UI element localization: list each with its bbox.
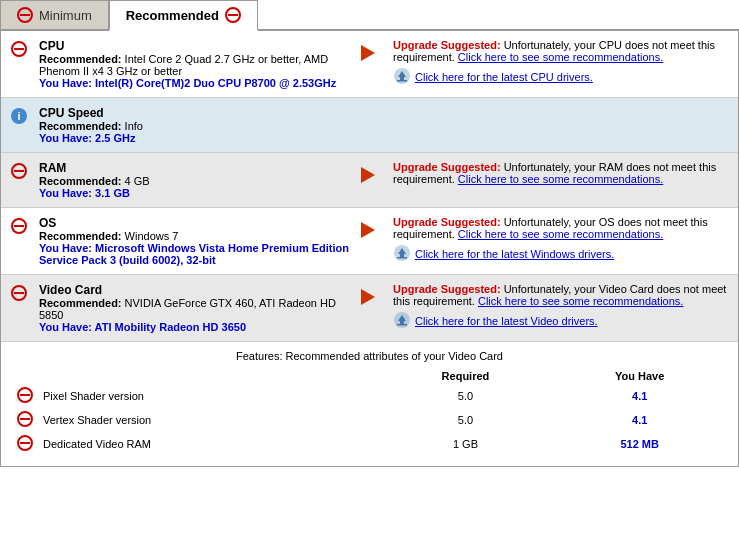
tab-bar: Minimum Recommended <box>0 0 739 31</box>
svg-rect-3 <box>397 80 407 82</box>
ram-left: RAM Recommended: 4 GB You Have: 3.1 GB <box>11 161 351 199</box>
feat-name-0: Pixel Shader version <box>39 384 380 408</box>
os-you-have: You Have: Microsoft Windows Vista Home P… <box>39 242 351 266</box>
cpu-upgrade-link[interactable]: Click here to see some recommendations. <box>458 51 663 63</box>
tab-content: CPU Recommended: Intel Core 2 Quad 2.7 G… <box>0 31 739 467</box>
os-text: OS Recommended: Windows 7 You Have: Micr… <box>39 216 351 266</box>
cpuspeed-left: i CPU Speed Recommended: Info You Have: … <box>11 106 351 144</box>
no-icon-feat-2 <box>17 435 33 451</box>
feature-row-1: Vertex Shader version5.04.1 <box>11 408 728 432</box>
videocard-driver-anchor[interactable]: Click here for the latest Video drivers. <box>415 315 598 327</box>
cpu-recommended: Recommended: Intel Core 2 Quad 2.7 GHz o… <box>39 53 351 77</box>
info-icon-cpuspeed: i <box>11 108 27 124</box>
os-recommended: Recommended: Windows 7 <box>39 230 351 242</box>
cpuspeed-recommended: Recommended: Info <box>39 120 143 132</box>
cpu-row: CPU Recommended: Intel Core 2 Quad 2.7 G… <box>1 31 738 98</box>
features-table: Required You Have Pixel Shader version5.… <box>11 368 728 456</box>
feat-required-2: 1 GB <box>380 432 552 456</box>
videocard-upgrade-text: Upgrade Suggested: Unfortunately, your V… <box>393 283 728 331</box>
tab-recommended[interactable]: Recommended <box>109 0 258 31</box>
feat-col-required: Required <box>380 368 552 384</box>
videocard-upgrade-link[interactable]: Click here to see some recommendations. <box>478 295 683 307</box>
features-title: Features: Recommended attributes of your… <box>11 350 728 362</box>
no-icon-ram <box>11 163 27 179</box>
cpu-right: Upgrade Suggested: Unfortunately, your C… <box>361 39 728 87</box>
ram-recommended: Recommended: 4 GB <box>39 175 150 187</box>
svg-rect-11 <box>397 324 407 326</box>
ram-upgrade-label: Upgrade Suggested: <box>393 161 501 173</box>
os-driver-anchor[interactable]: Click here for the latest Windows driver… <box>415 248 614 260</box>
tab-recommended-label: Recommended <box>126 8 219 23</box>
videocard-status-icon <box>11 285 31 304</box>
videocard-left: Video Card Recommended: NVIDIA GeForce G… <box>11 283 351 333</box>
no-icon-feat-0 <box>17 387 33 403</box>
feat-required-0: 5.0 <box>380 384 552 408</box>
os-upgrade-text: Upgrade Suggested: Unfortunately, your O… <box>393 216 728 264</box>
ram-right: Upgrade Suggested: Unfortunately, your R… <box>361 161 728 186</box>
feat-col-icon <box>11 368 39 384</box>
cpu-you-have: You Have: Intel(R) Core(TM)2 Duo CPU P87… <box>39 77 351 89</box>
os-arrow <box>361 218 383 241</box>
svg-rect-10 <box>400 321 404 324</box>
cpu-left: CPU Recommended: Intel Core 2 Quad 2.7 G… <box>11 39 351 89</box>
cpu-arrow <box>361 41 383 64</box>
no-icon-feat-1 <box>17 411 33 427</box>
videocard-arrow <box>361 285 383 308</box>
videocard-driver-link[interactable]: Click here for the latest Video drivers. <box>393 311 728 331</box>
feat-icon-0 <box>11 384 39 408</box>
videocard-you-have: You Have: ATI Mobility Radeon HD 3650 <box>39 321 351 333</box>
ram-text: RAM Recommended: 4 GB You Have: 3.1 GB <box>39 161 150 199</box>
videocard-text: Video Card Recommended: NVIDIA GeForce G… <box>39 283 351 333</box>
no-icon-minimum <box>17 7 33 23</box>
tab-minimum-label: Minimum <box>39 8 92 23</box>
feature-row-0: Pixel Shader version5.04.1 <box>11 384 728 408</box>
cpu-driver-anchor[interactable]: Click here for the latest CPU drivers. <box>415 71 593 83</box>
os-row: OS Recommended: Windows 7 You Have: Micr… <box>1 208 738 275</box>
feat-col-name <box>39 368 380 384</box>
no-icon-recommended <box>225 7 241 23</box>
feat-icon-1 <box>11 408 39 432</box>
feat-you-have-1: 4.1 <box>551 408 728 432</box>
features-header-row: Required You Have <box>11 368 728 384</box>
features-section: Features: Recommended attributes of your… <box>1 342 738 466</box>
no-icon-videocard <box>11 285 27 301</box>
ram-row: RAM Recommended: 4 GB You Have: 3.1 GB U… <box>1 153 738 208</box>
ram-upgrade-text: Upgrade Suggested: Unfortunately, your R… <box>393 161 728 185</box>
svg-rect-2 <box>400 77 404 80</box>
os-left: OS Recommended: Windows 7 You Have: Micr… <box>11 216 351 266</box>
download-icon-cpu <box>393 67 411 87</box>
videocard-recommended: Recommended: NVIDIA GeForce GTX 460, ATI… <box>39 297 351 321</box>
feat-required-1: 5.0 <box>380 408 552 432</box>
cpuspeed-text: CPU Speed Recommended: Info You Have: 2.… <box>39 106 143 144</box>
feat-icon-2 <box>11 432 39 456</box>
os-driver-link[interactable]: Click here for the latest Windows driver… <box>393 244 728 264</box>
cpu-status-icon <box>11 41 31 60</box>
os-upgrade-link[interactable]: Click here to see some recommendations. <box>458 228 663 240</box>
os-right: Upgrade Suggested: Unfortunately, your O… <box>361 216 728 264</box>
cpuspeed-label: CPU Speed <box>39 106 143 120</box>
svg-rect-6 <box>400 254 404 257</box>
feat-you-have-2: 512 MB <box>551 432 728 456</box>
feat-col-you-have: You Have <box>551 368 728 384</box>
no-icon-cpu <box>11 41 27 57</box>
os-label: OS <box>39 216 351 230</box>
cpu-label: CPU <box>39 39 351 53</box>
ram-label: RAM <box>39 161 150 175</box>
tabs-container: Minimum Recommended CPU Recommended: Int… <box>0 0 739 467</box>
cpuspeed-row: i CPU Speed Recommended: Info You Have: … <box>1 98 738 153</box>
videocard-row: Video Card Recommended: NVIDIA GeForce G… <box>1 275 738 342</box>
cpu-driver-link[interactable]: Click here for the latest CPU drivers. <box>393 67 728 87</box>
feat-name-2: Dedicated Video RAM <box>39 432 380 456</box>
tab-minimum[interactable]: Minimum <box>0 0 109 29</box>
ram-arrow <box>361 163 383 186</box>
videocard-right: Upgrade Suggested: Unfortunately, your V… <box>361 283 728 331</box>
ram-you-have: You Have: 3.1 GB <box>39 187 150 199</box>
no-icon-os <box>11 218 27 234</box>
feature-row-2: Dedicated Video RAM1 GB512 MB <box>11 432 728 456</box>
cpu-upgrade-label: Upgrade Suggested: <box>393 39 501 51</box>
ram-upgrade-link[interactable]: Click here to see some recommendations. <box>458 173 663 185</box>
feat-you-have-0: 4.1 <box>551 384 728 408</box>
ram-status-icon <box>11 163 31 182</box>
cpu-text: CPU Recommended: Intel Core 2 Quad 2.7 G… <box>39 39 351 89</box>
feat-name-1: Vertex Shader version <box>39 408 380 432</box>
